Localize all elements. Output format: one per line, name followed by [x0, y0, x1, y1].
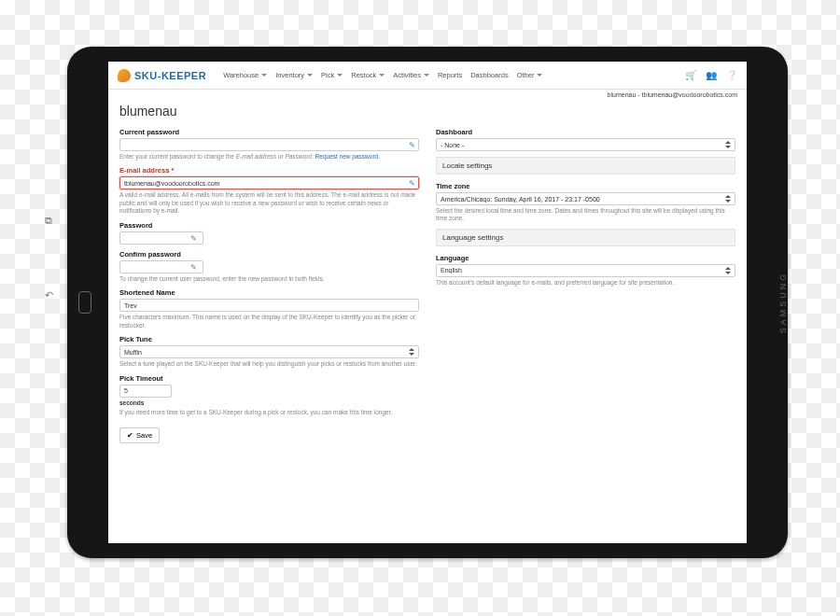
screen: SKU-KEEPER WarehouseInventoryPickRestock…	[108, 62, 747, 543]
dashboard-select[interactable]	[436, 138, 735, 151]
col-left: Current password ✎ Enter your current pa…	[119, 128, 419, 443]
col-right: Dashboard Locale settings Time zone Sele…	[436, 128, 735, 443]
language-label: Language	[436, 254, 735, 262]
nav-restock[interactable]: Restock	[351, 71, 385, 79]
chevron-down-icon	[307, 74, 313, 77]
pick-timeout-unit: seconds	[119, 399, 419, 407]
page-title: blumenau	[119, 104, 735, 119]
save-button[interactable]: ✔Save	[119, 427, 160, 443]
chevron-down-icon	[337, 74, 343, 77]
shortened-name-input[interactable]	[119, 299, 419, 312]
locale-settings-head: Locale settings	[436, 157, 735, 175]
cart-icon[interactable]: 🛒	[685, 70, 696, 80]
home-button[interactable]	[78, 291, 91, 314]
confirm-password-help: To change the current user password, ent…	[119, 275, 419, 283]
pencil-icon: ✎	[409, 179, 415, 188]
tablet-side-icon-a: ⧉	[45, 215, 52, 227]
language-select[interactable]	[436, 264, 735, 277]
logo[interactable]: SKU-KEEPER	[118, 69, 206, 82]
nav-inventory[interactable]: Inventory	[275, 71, 313, 79]
current-password-input[interactable]	[119, 138, 419, 151]
email-help: A valid e-mail address. All e-mails from…	[119, 191, 419, 215]
page-body: blumenau Current password ✎ Enter your c…	[108, 98, 747, 455]
pick-timeout-help: If you need more time to get to a SKU-Ke…	[119, 409, 419, 416]
language-settings-head: Language settings	[436, 229, 735, 246]
pencil-icon: ✎	[409, 141, 415, 149]
timezone-select[interactable]	[436, 192, 735, 205]
device-brand: SAMSUNG	[778, 272, 788, 334]
nav-activities[interactable]: Activities	[393, 71, 429, 79]
logo-text: SKU-KEEPER	[134, 70, 206, 81]
nav-right: 🛒 👥 ❔	[685, 70, 737, 80]
current-password-help: Enter your current password to change th…	[119, 153, 419, 161]
pick-timeout-input[interactable]	[119, 385, 172, 398]
shortened-name-label: Shortened Name	[119, 288, 419, 297]
nav-reports[interactable]: Reports	[438, 71, 462, 79]
user-line: blumenau - tblumenau@voodoorobotics.com	[108, 90, 747, 98]
timezone-label: Time zone	[436, 182, 735, 190]
chevron-down-icon	[379, 74, 385, 77]
tablet-side-icon-b: ↶	[45, 289, 53, 301]
current-password-label: Current password	[119, 128, 419, 136]
shortened-name-help: Five characters maximum. This name is us…	[119, 314, 419, 329]
pick-tune-help: Select a tune played on the SKU-Keeper t…	[119, 360, 419, 368]
dashboard-label: Dashboard	[436, 128, 735, 136]
help-icon[interactable]: ❔	[726, 70, 737, 80]
timezone-help: Select the desired local time and time z…	[436, 207, 735, 223]
email-label: E-mail address *	[119, 166, 419, 175]
language-help: This account's default language for e-ma…	[436, 279, 735, 287]
pencil-icon: ✎	[190, 263, 197, 272]
request-new-password-link[interactable]: Request new password.	[315, 153, 380, 160]
chevron-down-icon	[261, 74, 267, 77]
nav-items: WarehouseInventoryPickRestockActivitiesR…	[223, 71, 542, 79]
pick-timeout-label: Pick Timeout	[119, 374, 419, 383]
tablet-frame: SAMSUNG SKU-KEEPER WarehouseInventoryPic…	[67, 47, 788, 558]
pencil-icon: ✎	[190, 234, 197, 243]
pick-tune-label: Pick Tune	[119, 335, 419, 343]
logo-icon	[118, 69, 131, 82]
chevron-down-icon	[424, 74, 429, 77]
navbar: SKU-KEEPER WarehouseInventoryPickRestock…	[108, 62, 747, 90]
email-input[interactable]	[119, 176, 419, 189]
password-label: Password	[119, 221, 419, 230]
nav-dashboards[interactable]: Dashboards	[470, 71, 508, 79]
check-icon: ✔	[127, 431, 133, 440]
nav-warehouse[interactable]: Warehouse	[223, 71, 267, 79]
nav-other[interactable]: Other	[517, 71, 543, 79]
chevron-down-icon	[537, 74, 542, 77]
users-icon[interactable]: 👥	[706, 70, 717, 80]
pick-tune-select[interactable]	[119, 345, 419, 358]
confirm-password-label: Confirm password	[119, 250, 419, 259]
nav-pick[interactable]: Pick	[321, 71, 343, 79]
